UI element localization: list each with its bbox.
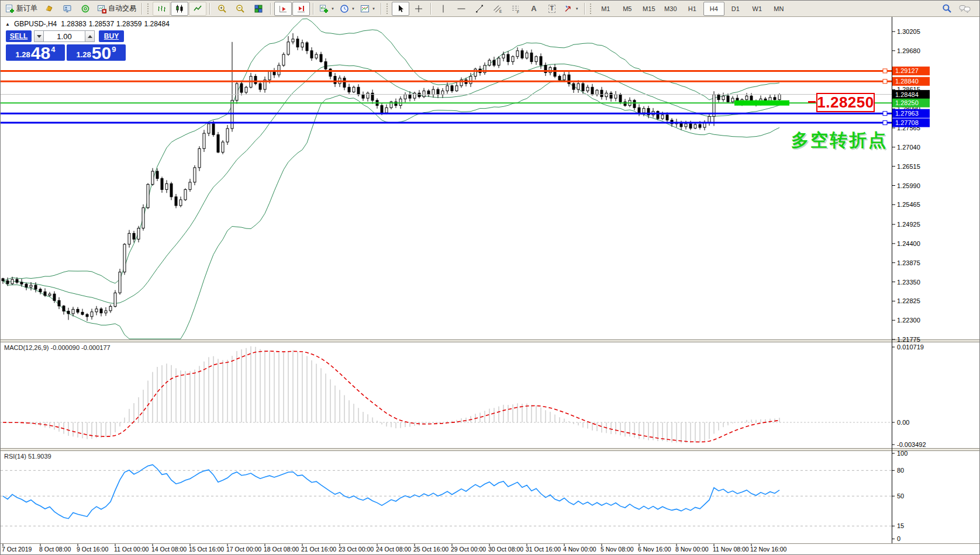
svg-text:1.24925: 1.24925 — [897, 221, 920, 228]
market-watch-button[interactable] — [40, 2, 58, 16]
auto-scroll-button[interactable] — [274, 2, 292, 16]
svg-text:1.27708: 1.27708 — [895, 119, 919, 126]
timeframe-button-d1[interactable]: D1 — [725, 2, 746, 16]
autotrading-label: 自动交易 — [108, 4, 136, 13]
svg-text:E: E — [499, 9, 502, 13]
text-label-icon: T — [548, 5, 555, 13]
toolbar-separator — [430, 3, 432, 15]
arrows-tool-button[interactable]: ▼ — [561, 2, 581, 16]
zoom-in-button[interactable] — [213, 2, 231, 16]
svg-text:1.21775: 1.21775 — [897, 336, 920, 343]
zoom-out-icon — [236, 4, 245, 13]
toolbar-separator — [142, 3, 143, 15]
search-button[interactable] — [938, 2, 955, 16]
dropdown-caret-icon: ▼ — [331, 7, 334, 11]
collapse-arrow-icon[interactable]: ▲ — [5, 22, 10, 27]
timeframe-button-w1[interactable]: W1 — [747, 2, 768, 16]
one-click-trading-panel: SELL BUY 1.28 48 4 1.28 50 9 — [6, 30, 126, 61]
text-tool-button[interactable]: A — [525, 2, 543, 16]
one-click-top-row: SELL BUY — [6, 30, 126, 42]
equidistant-channel-tool-button[interactable]: E — [489, 2, 506, 16]
svg-text:1.29680: 1.29680 — [897, 47, 920, 54]
macd-indicator-label: MACD(12,26,9) -0.000090 -0.000177 — [4, 344, 111, 351]
cursor-icon — [396, 4, 405, 13]
svg-text:1.28250: 1.28250 — [895, 99, 919, 106]
text-label-tool-button[interactable]: T — [543, 2, 561, 16]
svg-text:8 Oct 08:00: 8 Oct 08:00 — [39, 546, 71, 553]
candlestick-chart-button[interactable] — [171, 2, 188, 16]
chart-period-button[interactable]: ▼ — [337, 2, 357, 16]
new-order-button[interactable]: 新订单 — [3, 2, 40, 16]
new-chart-button[interactable]: ▼ — [317, 2, 337, 16]
equidistant-channel-icon: E — [493, 4, 502, 13]
timeframe-group: M1M5M15M30H1H4D1W1MN — [595, 2, 789, 16]
chat-bubbles-icon — [959, 4, 971, 13]
vertical-line-tool-button[interactable] — [434, 2, 452, 16]
trendline-icon — [475, 4, 484, 13]
svg-text:1.23875: 1.23875 — [897, 259, 920, 266]
zoom-out-button[interactable] — [232, 2, 249, 16]
chart-shift-icon — [296, 4, 306, 13]
svg-text:9 Oct 16:00: 9 Oct 16:00 — [77, 546, 108, 553]
price-callout[interactable]: 1.28250 — [816, 93, 875, 112]
trendline-tool-button[interactable] — [471, 2, 488, 16]
fibonacci-tool-button[interactable]: F — [507, 2, 524, 16]
toolbar-separator — [270, 3, 271, 15]
timeframe-button-m5[interactable]: M5 — [617, 2, 638, 16]
volume-increase-button[interactable] — [85, 30, 95, 42]
timeframe-button-m15[interactable]: M15 — [639, 2, 660, 16]
rsi-indicator-label: RSI(14) 51.9039 — [4, 453, 51, 460]
timeframe-button-mn[interactable]: MN — [768, 2, 789, 16]
cursor-tool-button[interactable] — [392, 2, 409, 16]
auto-scroll-icon — [278, 4, 288, 13]
sell-price-button[interactable]: 1.28 48 4 — [6, 44, 65, 61]
svg-text:29 Oct 00:00: 29 Oct 00:00 — [451, 546, 486, 553]
svg-text:4 Nov 00:00: 4 Nov 00:00 — [563, 546, 596, 553]
timeframe-button-h4[interactable]: H4 — [703, 2, 724, 16]
sell-price-pip: 4 — [51, 45, 55, 54]
crosshair-tool-button[interactable] — [410, 2, 427, 16]
buy-button[interactable]: BUY — [99, 30, 124, 42]
svg-text:25 Oct 16:00: 25 Oct 16:00 — [413, 546, 448, 553]
timeframe-button-h1[interactable]: H1 — [682, 2, 703, 16]
buy-price-prefix: 1.28 — [77, 50, 91, 59]
volume-decrease-button[interactable] — [34, 30, 44, 42]
mt4-window: 1.302051.296801.286151.280901.275651.270… — [0, 0, 980, 555]
date-axis: 7 Oct 20198 Oct 08:009 Oct 16:0011 Oct 0… — [2, 544, 787, 553]
terminal-button[interactable] — [58, 2, 76, 16]
tile-windows-button[interactable] — [250, 2, 267, 16]
news-button[interactable] — [77, 2, 94, 16]
timeframe-button-m30[interactable]: M30 — [660, 2, 681, 16]
candlestick-chart-icon — [175, 4, 184, 13]
horizontal-line-tool-button[interactable] — [453, 2, 470, 16]
svg-text:7 Oct 2019: 7 Oct 2019 — [2, 546, 32, 553]
chart-annotation-text[interactable]: 多空转折点 — [791, 129, 888, 152]
sell-button[interactable]: SELL — [6, 30, 32, 42]
chart-shift-button[interactable] — [292, 2, 310, 16]
svg-text:15 Oct 16:00: 15 Oct 16:00 — [189, 546, 224, 553]
community-chat-button[interactable] — [956, 2, 974, 16]
bar-chart-button[interactable] — [153, 2, 170, 16]
ohlc-high: 1.28537 — [89, 20, 114, 28]
svg-text:1.27040: 1.27040 — [897, 144, 920, 151]
line-chart-button[interactable] — [189, 2, 206, 16]
tile-windows-icon — [254, 4, 263, 13]
autotrading-button[interactable]: 自动交易 — [95, 2, 139, 16]
toolbar-separator — [584, 3, 585, 15]
svg-text:15: 15 — [897, 522, 904, 529]
volume-input[interactable] — [44, 30, 85, 42]
indicators-button[interactable]: ▼ — [358, 2, 378, 16]
timeframe-button-m1[interactable]: M1 — [595, 2, 616, 16]
buy-price-button[interactable]: 1.28 50 9 — [67, 44, 126, 61]
svg-text:30 Oct 08:00: 30 Oct 08:00 — [488, 546, 523, 553]
one-click-price-row: 1.28 48 4 1.28 50 9 — [6, 44, 126, 61]
chart-canvas[interactable]: 1.302051.296801.286151.280901.275651.270… — [1, 1, 980, 555]
svg-text:18 Oct 08:00: 18 Oct 08:00 — [264, 546, 299, 553]
minus-triangle-icon — [37, 35, 42, 38]
plus-triangle-icon — [88, 35, 92, 38]
zoom-in-icon — [218, 4, 227, 13]
svg-text:1.23350: 1.23350 — [897, 279, 920, 286]
toolbar-separator — [313, 3, 314, 15]
svg-text:1.25990: 1.25990 — [897, 182, 920, 189]
vertical-line-icon — [439, 4, 448, 13]
